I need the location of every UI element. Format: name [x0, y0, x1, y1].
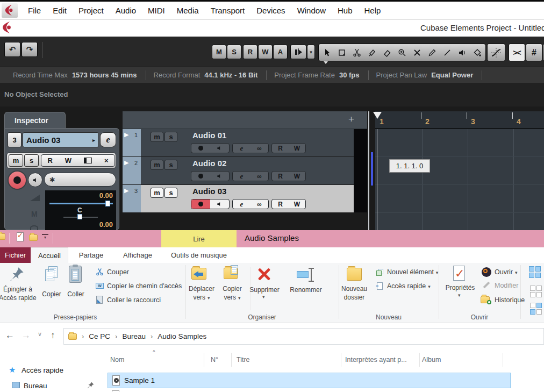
sidebar-item-bureau[interactable]: Bureau [24, 382, 47, 390]
track-solo-button[interactable]: s [164, 160, 177, 170]
inspector-write-button[interactable]: W [65, 156, 71, 165]
qat-properties-button[interactable]: ✓ [17, 232, 24, 241]
range-selection-tool[interactable] [334, 45, 349, 60]
track-monitor-button[interactable] [210, 172, 229, 181]
qat-new-folder-button[interactable] [29, 234, 38, 241]
inspector-solo-button[interactable]: s [24, 154, 39, 167]
mute-tool[interactable] [410, 45, 425, 60]
track-edit-button[interactable]: e [233, 172, 250, 181]
address-bar[interactable]: Ce PC Bureau Audio Samples [63, 328, 544, 345]
monitor-button[interactable] [28, 173, 42, 187]
paste-button[interactable] [69, 266, 82, 283]
breadcrumb-bureau[interactable]: Bureau [110, 332, 146, 340]
column-separator[interactable] [204, 353, 204, 367]
write-all-button[interactable]: W [258, 45, 273, 59]
tab-affichage[interactable]: Affichage [114, 247, 161, 263]
paste-shortcut-button[interactable]: Coller le raccourci [107, 296, 161, 304]
track-monitor-button[interactable] [210, 144, 229, 153]
large-icons-view-button[interactable] [529, 266, 541, 278]
track-solo-button[interactable]: s [164, 188, 177, 198]
track-read-button[interactable]: R [272, 172, 289, 181]
track-expand-icon[interactable]: ▶ [124, 159, 128, 166]
pinned-icon[interactable] [87, 381, 94, 391]
copy-to-button[interactable] [224, 268, 238, 279]
copy-path-button[interactable]: Copier le chemin d'accès [107, 282, 182, 290]
tiles-view-button[interactable] [530, 303, 542, 315]
auto-fade-button[interactable] [487, 44, 505, 61]
vertical-scrollbar-thumb[interactable] [371, 152, 373, 186]
delete-button[interactable] [256, 266, 272, 282]
properties-dropdown-caret[interactable]: ▾ [458, 293, 461, 298]
volume-slider[interactable] [49, 203, 113, 204]
record-enable-button[interactable] [8, 170, 27, 190]
inspector-mute-button[interactable]: m [9, 154, 23, 167]
column-header-numero[interactable]: N° [211, 356, 218, 364]
zoom-tool[interactable] [395, 45, 410, 60]
track-link-button[interactable]: ∞ [250, 144, 268, 153]
menu-help[interactable]: Help [359, 6, 387, 15]
event-display-grid[interactable] [375, 129, 544, 230]
menu-devices[interactable]: Devices [250, 6, 291, 15]
column-header-interpretes[interactable]: Interprètes ayant p... [345, 356, 417, 364]
color-tool[interactable] [470, 45, 485, 60]
track-record-button[interactable] [191, 172, 210, 181]
menu-project[interactable]: Project [73, 6, 110, 15]
pan-slider-handle[interactable] [77, 214, 82, 219]
menu-edit[interactable]: Edit [47, 6, 73, 15]
freeze-button[interactable]: ∗ [44, 173, 116, 187]
track-row-selected[interactable]: ▶ 3 m s Audio 03 e ∞ R W [123, 185, 367, 212]
column-header-titre[interactable]: Titre [237, 356, 250, 364]
mute-all-button[interactable]: M [212, 45, 226, 59]
track-solo-button[interactable]: s [164, 132, 177, 142]
track-monitor-button[interactable] [210, 199, 229, 209]
menu-media[interactable]: Media [171, 6, 205, 15]
breadcrumb-ce-pc[interactable]: Ce PC [77, 332, 110, 340]
snap-button[interactable]: >< [509, 44, 525, 61]
track-mute-button[interactable]: m [151, 132, 163, 142]
track-link-button[interactable]: ∞ [250, 172, 268, 181]
object-selection-tool[interactable] [319, 45, 334, 60]
contextual-tab-group[interactable]: Lire [161, 230, 237, 247]
open-button[interactable]: Ouvrir [495, 268, 518, 276]
track-mute-button[interactable]: m [151, 160, 163, 170]
qat-customize-dropdown[interactable]: ▾ [42, 234, 48, 240]
autoscroll-button[interactable] [290, 45, 306, 59]
pane-divider[interactable] [368, 111, 369, 230]
track-edit-button[interactable]: e [233, 199, 250, 209]
inspector-tab[interactable]: Inspector [4, 112, 66, 129]
move-to-button[interactable] [191, 268, 206, 280]
menu-audio[interactable]: Audio [110, 6, 142, 15]
column-separator[interactable] [231, 353, 232, 367]
forward-button[interactable]: → [22, 330, 31, 341]
history-button[interactable]: Historique [495, 296, 525, 304]
track-read-button[interactable]: R [272, 144, 289, 153]
menu-file[interactable]: File [22, 6, 47, 15]
glue-tool[interactable] [364, 45, 380, 60]
track-expand-icon[interactable]: ▶ [124, 131, 128, 138]
solo-all-button[interactable]: S [227, 45, 241, 59]
quick-access-button[interactable]: Accès rapide [387, 282, 431, 290]
pin-to-quick-access-button[interactable] [10, 267, 25, 285]
track-link-button[interactable]: ∞ [250, 199, 268, 209]
back-button[interactable]: ← [5, 330, 15, 341]
tab-outils-de-musique[interactable]: Outils de musique [161, 247, 237, 263]
track-expand-icon[interactable]: ▶ [124, 187, 128, 194]
track-record-button[interactable] [191, 144, 210, 153]
track-record-button-armed[interactable] [191, 199, 210, 209]
add-track-button[interactable]: + [348, 113, 354, 125]
new-item-button[interactable] [376, 269, 384, 276]
menu-window[interactable]: Window [291, 6, 332, 15]
new-folder-button[interactable] [347, 268, 362, 281]
line-tool[interactable] [440, 45, 455, 60]
copy-button[interactable] [44, 266, 59, 283]
suspend-automation-button[interactable]: A [273, 45, 288, 59]
file-row-selected[interactable]: Sample 1 [108, 373, 511, 388]
menu-hub[interactable]: Hub [332, 6, 359, 15]
column-separator[interactable] [341, 353, 341, 367]
read-all-button[interactable]: R [243, 45, 257, 59]
properties-button[interactable]: ✓ [453, 266, 465, 281]
recent-locations-dropdown[interactable]: ∨ [38, 331, 42, 338]
track-write-button[interactable]: W [289, 172, 305, 181]
column-separator[interactable] [419, 353, 420, 367]
volume-slider-handle[interactable] [105, 201, 110, 206]
